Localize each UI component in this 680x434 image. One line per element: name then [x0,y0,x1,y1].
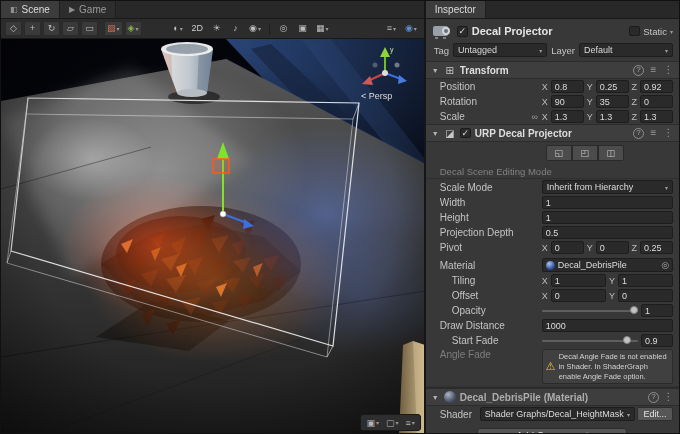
height-field[interactable] [542,211,673,224]
rotation-z-field[interactable] [640,95,673,108]
opacity-field[interactable] [641,304,673,317]
draw-distance-field[interactable] [542,319,673,332]
view-tool-button[interactable]: ◇ [5,21,22,36]
transform-menu-icon[interactable]: ⋮ [663,65,674,75]
offset-x-field[interactable] [551,289,606,302]
shader-edit-button[interactable]: Edit... [637,407,673,421]
paint-tool-dropdown[interactable]: ▨▾ [104,21,123,36]
decal-projector-header[interactable]: ▼ ◪ ✓ URP Decal Projector ? ≡ ⋮ [426,124,679,142]
scene-visibility-toggle[interactable]: ◎ [275,21,292,36]
dropdown-arrow-icon: ▾ [325,26,328,32]
width-field[interactable] [542,196,673,209]
width-label: Width [440,197,540,208]
rotation-x-field[interactable] [551,95,584,108]
edit-pivot-button[interactable]: ◰ [572,145,598,161]
persp-mode-label[interactable]: < Persp [361,91,392,101]
position-y-field[interactable] [596,80,629,93]
decal-help-icon[interactable]: ? [633,128,644,139]
scale-z-field[interactable] [640,110,673,123]
dropdown-arrow-icon: ▾ [117,26,120,32]
pivot-x-field[interactable] [551,241,584,254]
opacity-slider[interactable] [542,304,638,317]
menu-overlay-button[interactable]: ≡▾ [403,418,416,428]
scene-audio-toggle[interactable]: ♪ [227,21,244,36]
start-fade-label: Start Fade [440,335,540,346]
probe-tool-dropdown[interactable]: ◈▾ [125,21,142,36]
decal-menu-icon[interactable]: ⋮ [663,128,674,138]
pivot-row: Pivot X Y Z [426,240,679,255]
static-dropdown-arrow-icon[interactable]: ▾ [670,28,673,35]
angle-fade-warning-box: ⚠ Decal Angle Fade is not enabled in Sha… [542,349,673,384]
rotation-label: Rotation [440,96,540,107]
add-component-button[interactable]: Add Component [477,428,627,433]
draw-distance-label: Draw Distance [440,320,540,331]
scene-lighting-toggle[interactable]: ☀ [208,21,225,36]
static-toggle[interactable]: Static ▾ [629,26,673,37]
camera-settings-button[interactable]: ▣ [294,21,311,36]
offset-y-field[interactable] [618,289,673,302]
rotate-tool-button[interactable]: ↻ [43,21,60,36]
shading-mode-dropdown[interactable]: ◐▾ [170,21,187,36]
effects-dropdown[interactable]: ◉▾ [246,21,264,36]
rect-tool-icon: ▭ [85,24,94,33]
position-z-field[interactable] [640,80,673,93]
rect-tool-button[interactable]: ▭ [81,21,98,36]
tab-inspector[interactable]: Inspector [426,1,486,18]
gameobject-active-checkbox[interactable]: ✓ [457,26,468,37]
position-label: Position [440,81,540,92]
transform-header[interactable]: ▼ ⊞ Transform ? ≡ ⋮ [426,61,679,79]
material-section-header[interactable]: ▼ Decal_DebrisPile (Material) ? ⋮ [426,388,679,406]
grid-dropdown[interactable]: ▦▾ [313,21,332,36]
rotate-tool-icon: ↻ [48,24,56,33]
scale-x-field[interactable] [551,110,584,123]
material-help-icon[interactable]: ? [648,392,659,403]
scale-y-field[interactable] [596,110,629,123]
static-checkbox[interactable] [629,26,640,36]
dropdown-arrow-icon: ▾ [539,47,542,54]
camera-overlay-button[interactable]: ▣▾ [364,418,381,428]
frame-overlay-button[interactable]: ▢▾ [384,418,401,428]
tiling-x-field[interactable] [551,274,606,287]
scene-viewport[interactable]: y < Persp ▣▾ ▢▾ ≡▾ [1,39,424,433]
transform-foldout-icon[interactable]: ▼ [431,67,440,74]
material-foldout-icon[interactable]: ▼ [431,394,440,401]
overlay-menu-dropdown[interactable]: ≡▾ [383,21,400,36]
material-object-field[interactable]: Decal_DebrisPile ◎ [542,258,673,272]
decal-preset-icon[interactable]: ≡ [648,128,659,138]
decal-editing-mode-label: Decal Scene Editing Mode [426,164,679,179]
projection-depth-field[interactable] [542,226,673,239]
tab-scene[interactable]: ◧ Scene [1,1,60,18]
transform-help-icon[interactable]: ? [633,65,644,76]
edit-bounds-button[interactable]: ◱ [546,145,572,161]
start-fade-field[interactable] [641,334,673,347]
decal-enabled-checkbox[interactable]: ✓ [460,128,471,138]
2d-toggle[interactable]: 2D [189,21,207,36]
material-sphere-icon [546,261,555,270]
transform-preset-icon[interactable]: ≡ [648,65,659,75]
edit-uv-button[interactable]: ◫ [598,145,624,161]
decal-foldout-icon[interactable]: ▼ [431,130,440,137]
gameobject-name[interactable]: Decal Projector [472,25,625,37]
axis-z-label: Z [632,112,638,122]
scale-link-icon[interactable]: ∞ [530,112,540,122]
pivot-y-field[interactable] [596,241,629,254]
shading-mode-icon: ◐ [173,24,178,33]
layer-dropdown[interactable]: Default ▾ [579,43,673,57]
scale-mode-dropdown[interactable]: Inherit from Hierarchy ▾ [542,180,673,194]
tab-game[interactable]: ▶ Game [60,1,116,18]
pivot-fields: X Y Z [542,241,673,254]
start-fade-slider[interactable] [542,334,638,347]
tiling-y-field[interactable] [618,274,673,287]
scale-tool-button[interactable]: ▱ [62,21,79,36]
position-x-field[interactable] [551,80,584,93]
tag-dropdown[interactable]: Untagged ▾ [453,43,547,57]
search-dropdown[interactable]: ◉▾ [402,21,420,36]
pivot-z-field[interactable] [640,241,673,254]
rotation-y-field[interactable] [596,95,629,108]
material-menu-icon[interactable]: ⋮ [663,392,674,402]
object-picker-icon[interactable]: ◎ [661,261,669,270]
move-tool-button[interactable]: + [24,21,41,36]
scene-tab-icon: ◧ [10,5,18,14]
check-icon: ✓ [458,27,466,36]
shader-dropdown[interactable]: Shader Graphs/Decal_HeightMask ▾ [480,407,635,421]
